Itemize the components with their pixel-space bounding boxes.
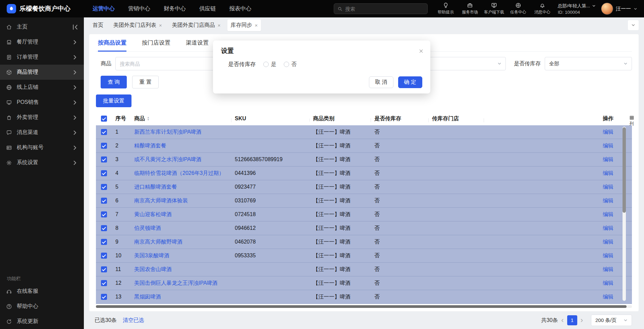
- sidebar-item-products[interactable]: 商品管理: [0, 65, 84, 80]
- edit-link[interactable]: 编辑: [603, 170, 613, 176]
- product-link[interactable]: 新西兰车库计划浑浊IPA啤酒: [134, 129, 202, 135]
- product-link[interactable]: 美国农舍山啤酒: [134, 266, 172, 272]
- next-page-button[interactable]: ›: [581, 317, 583, 324]
- scrollbar-thumb[interactable]: [96, 305, 627, 308]
- table-row[interactable]: 9南京高大师酸野啤酒0462078【汪一一】啤酒否编辑: [96, 235, 632, 249]
- row-checkbox[interactable]: [101, 225, 107, 231]
- edit-link[interactable]: 编辑: [603, 239, 613, 245]
- collapse-sidebar-icon[interactable]: [72, 24, 78, 30]
- table-row[interactable]: 10美国3泉酸啤酒0953335【汪一一】啤酒否编辑: [96, 249, 632, 263]
- sidebar-item-home[interactable]: 主页: [0, 19, 84, 35]
- nav-supply-chain[interactable]: 供应链: [199, 5, 216, 12]
- vertical-scrollbar[interactable]: [623, 127, 626, 301]
- product-link[interactable]: 进口精酿啤酒套餐: [134, 184, 177, 190]
- reset-button[interactable]: 重 置: [132, 76, 158, 88]
- close-modal-icon[interactable]: [419, 49, 424, 54]
- column-settings-button[interactable]: 列: [627, 115, 637, 127]
- table-row[interactable]: 7黄山迎客松啤酒0724518【汪一一】啤酒否编辑: [96, 208, 632, 221]
- product-link[interactable]: 黑烟囱啤酒: [134, 294, 161, 300]
- table-row[interactable]: 1新西兰车库计划浑浊IPA啤酒【汪一一】啤酒否编辑: [96, 125, 632, 139]
- page-tab-home[interactable]: 首页: [89, 19, 107, 31]
- confirm-button[interactable]: 确 定: [398, 76, 422, 88]
- row-checkbox[interactable]: [101, 129, 107, 135]
- row-checkbox[interactable]: [101, 294, 107, 300]
- table-row[interactable]: 13黑烟囱啤酒【汪一一】啤酒否编辑: [96, 290, 632, 304]
- sidebar-item-message-channels[interactable]: 消息渠道: [0, 125, 84, 140]
- edit-link[interactable]: 编辑: [603, 266, 613, 272]
- select-all-checkbox[interactable]: [101, 116, 107, 122]
- scrollbar-thumb[interactable]: [623, 127, 626, 213]
- horizontal-scrollbar[interactable]: [96, 305, 632, 308]
- page-size-select[interactable]: 200 条/页: [591, 315, 632, 326]
- quick-action-message-center[interactable]: 消息中心: [530, 2, 554, 15]
- prev-page-button[interactable]: ‹: [561, 317, 564, 324]
- sidebar-item-takeout[interactable]: 外卖管理: [0, 110, 84, 125]
- sidebar-item-help-center[interactable]: 帮助中心: [0, 299, 84, 314]
- tab-by-store[interactable]: 按门店设置: [142, 39, 170, 51]
- edit-link[interactable]: 编辑: [603, 143, 613, 148]
- product-link[interactable]: 黄山迎客松啤酒: [134, 211, 172, 217]
- edit-link[interactable]: 编辑: [603, 184, 613, 190]
- page-tab-inventory-sync[interactable]: 库存同步 ×: [227, 19, 261, 31]
- edit-link[interactable]: 编辑: [603, 225, 613, 231]
- current-page[interactable]: 1: [567, 315, 577, 325]
- table-row[interactable]: 8伯灵顿啤酒0946612【汪一一】啤酒否编辑: [96, 221, 632, 235]
- sort-icon[interactable]: ▲▼: [147, 116, 150, 121]
- edit-link[interactable]: 编辑: [603, 129, 613, 135]
- cancel-button[interactable]: 取 消: [369, 76, 393, 88]
- edit-link[interactable]: 编辑: [603, 294, 613, 300]
- product-link[interactable]: 南京高大师酸野啤酒: [134, 239, 182, 245]
- sidebar-item-restaurant[interactable]: 餐厅管理: [0, 35, 84, 50]
- org-selector[interactable]: 总部/年轻人第... ID: 100004: [558, 3, 596, 15]
- sidebar-item-system-settings[interactable]: 系统设置: [0, 155, 84, 170]
- nav-search[interactable]: [334, 3, 428, 14]
- close-tab-icon[interactable]: ×: [255, 23, 258, 28]
- row-checkbox[interactable]: [101, 184, 107, 190]
- row-checkbox[interactable]: [101, 143, 107, 149]
- row-checkbox[interactable]: [101, 211, 107, 217]
- sidebar-item-pos-sales[interactable]: POS销售: [0, 95, 84, 110]
- tabs-overflow-button[interactable]: [628, 20, 639, 30]
- product-link[interactable]: 伯灵顿啤酒: [134, 225, 161, 231]
- close-tab-icon[interactable]: ×: [159, 23, 162, 28]
- table-row[interactable]: 4临期特价雪花啤酒（2026年3月过期）0441396【汪一一】啤酒否编辑: [96, 167, 632, 180]
- stock-filter-select[interactable]: 全部: [545, 57, 632, 70]
- product-link[interactable]: 美国击倒巨人暴龙之王浑浊IPA啤酒: [134, 280, 218, 286]
- row-checkbox[interactable]: [101, 156, 107, 162]
- tab-by-product[interactable]: 按商品设置: [98, 39, 126, 52]
- radio-no[interactable]: 否: [284, 61, 297, 68]
- table-row[interactable]: 12美国击倒巨人暴龙之王浑浊IPA啤酒【汪一一】啤酒否编辑: [96, 276, 632, 290]
- page-tab-meituan-store-products[interactable]: 美团外卖门店商品 ×: [169, 19, 224, 31]
- quick-action-client-download[interactable]: 客户端下载: [482, 2, 506, 15]
- table-row[interactable]: 6南京高大师啤酒体验装0310769【汪一一】啤酒否编辑: [96, 194, 632, 208]
- query-button[interactable]: 查 询: [101, 76, 127, 88]
- product-link[interactable]: 或不凡黄河之水浑浊IPA啤酒: [134, 156, 202, 162]
- search-input[interactable]: [345, 6, 424, 12]
- nav-finance-center[interactable]: 财务中心: [164, 5, 186, 12]
- table-row[interactable]: 2精酿啤酒套餐【汪一一】啤酒否编辑: [96, 139, 632, 153]
- sidebar-item-system-update[interactable]: 系统更新: [0, 314, 84, 329]
- sidebar-item-orders[interactable]: 订单管理: [0, 50, 84, 65]
- row-checkbox[interactable]: [101, 253, 107, 259]
- nav-operations-center[interactable]: 运营中心: [93, 5, 115, 12]
- table-row[interactable]: 11美国农舍山啤酒【汪一一】啤酒否编辑: [96, 263, 632, 276]
- quick-action-help-tips[interactable]: 帮助提示: [434, 2, 458, 15]
- user-menu[interactable]: 汪一一: [601, 3, 637, 15]
- edit-link[interactable]: 编辑: [603, 211, 613, 217]
- product-link[interactable]: 精酿啤酒套餐: [134, 143, 166, 148]
- sidebar-item-online-support[interactable]: 在线客服: [0, 284, 84, 299]
- row-checkbox[interactable]: [101, 280, 107, 286]
- table-row[interactable]: 3或不凡黄河之水浑浊IPA啤酒5126663857089919【汪一一】啤酒否编…: [96, 153, 632, 167]
- row-checkbox[interactable]: [101, 170, 107, 176]
- sidebar-item-org-accounts[interactable]: 机构与账号: [0, 140, 84, 155]
- quick-action-task-center[interactable]: 任务中心: [506, 2, 530, 15]
- nav-report-center[interactable]: 报表中心: [229, 5, 252, 12]
- row-checkbox[interactable]: [101, 266, 107, 272]
- product-link[interactable]: 临期特价雪花啤酒（2026年3月过期）: [134, 170, 224, 176]
- clear-selection-link[interactable]: 清空已选: [123, 317, 144, 324]
- table-row[interactable]: 5进口精酿啤酒套餐0923477【汪一一】啤酒否编辑: [96, 180, 632, 194]
- page-tab-meituan-store-list[interactable]: 美团外卖门店列表 ×: [110, 19, 165, 31]
- edit-link[interactable]: 编辑: [603, 198, 613, 203]
- radio-yes[interactable]: 是: [263, 61, 276, 68]
- row-checkbox[interactable]: [101, 198, 107, 204]
